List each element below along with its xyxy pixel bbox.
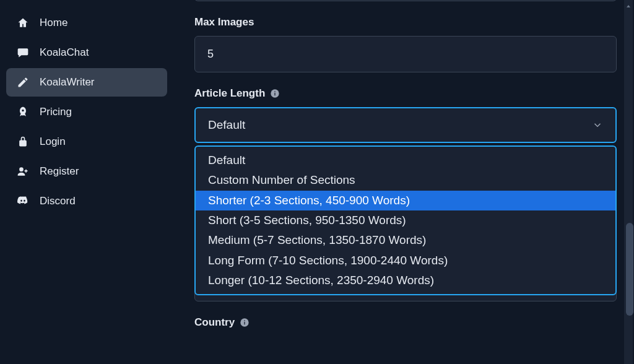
home-icon (16, 16, 30, 30)
rocket-icon (16, 105, 30, 119)
sidebar-item-label: Home (40, 17, 67, 29)
scrollbar-thumb[interactable] (626, 223, 633, 316)
user-plus-icon (16, 165, 30, 178)
max-images-label-row: Max Images (194, 16, 617, 28)
country-label: Country (194, 316, 235, 329)
sidebar-item-label: KoalaChat (40, 46, 89, 59)
svg-rect-1 (275, 93, 276, 96)
sidebar-item-label: Discord (40, 195, 76, 207)
dropdown-option[interactable]: Shorter (2-3 Sections, 450-900 Words) (196, 191, 615, 210)
country-label-row: Country (194, 316, 617, 329)
sidebar-item-koalachat[interactable]: KoalaChat (6, 38, 167, 67)
info-icon[interactable] (270, 89, 280, 98)
sidebar-item-login[interactable]: Login (6, 128, 167, 156)
article-length-select[interactable]: Default (194, 107, 617, 143)
article-length-select-wrap: Default Default Custom Number of Section… (194, 107, 617, 143)
sidebar-item-label: Register (40, 165, 79, 178)
dropdown-option[interactable]: Custom Number of Sections (196, 170, 615, 190)
max-images-input[interactable] (194, 36, 617, 72)
svg-rect-4 (245, 322, 245, 325)
article-length-label-row: Article Length (194, 87, 617, 100)
dropdown-option[interactable]: Default (196, 147, 615, 170)
sidebar-item-koalawriter[interactable]: KoalaWriter (6, 68, 167, 97)
sidebar: Home KoalaChat KoalaWriter Pricing Login… (0, 0, 173, 364)
svg-rect-2 (275, 91, 276, 92)
chat-icon (16, 46, 30, 59)
info-icon[interactable] (240, 318, 250, 327)
sidebar-item-discord[interactable]: Discord (6, 187, 167, 215)
scrollbar-up-icon[interactable] (625, 1, 632, 9)
article-length-dropdown: Default Custom Number of Sections Shorte… (194, 145, 617, 295)
chevron-down-icon (592, 119, 603, 131)
discord-icon (16, 194, 30, 208)
lock-icon (16, 135, 30, 149)
sidebar-item-label: Pricing (40, 106, 72, 118)
svg-rect-5 (245, 320, 245, 321)
sidebar-item-pricing[interactable]: Pricing (6, 98, 167, 126)
dropdown-option[interactable]: Long Form (7-10 Sections, 1900-2440 Word… (196, 251, 615, 271)
edit-icon (16, 76, 30, 89)
dropdown-option[interactable]: Longer (10-12 Sections, 2350-2940 Words) (196, 271, 615, 294)
dropdown-option[interactable]: Short (3-5 Sections, 950-1350 Words) (196, 210, 615, 230)
article-length-label: Article Length (194, 87, 265, 100)
max-images-label: Max Images (194, 16, 254, 28)
sidebar-item-home[interactable]: Home (6, 9, 167, 37)
main-content: Max Images Article Length Default Defaul… (173, 0, 634, 364)
sidebar-item-label: Login (40, 136, 66, 148)
previous-field-edge (194, 0, 617, 1)
dropdown-option[interactable]: Medium (5-7 Sections, 1350-1870 Words) (196, 230, 615, 250)
sidebar-item-label: KoalaWriter (40, 76, 95, 89)
sidebar-item-register[interactable]: Register (6, 157, 167, 186)
article-length-selected: Default (208, 118, 245, 132)
